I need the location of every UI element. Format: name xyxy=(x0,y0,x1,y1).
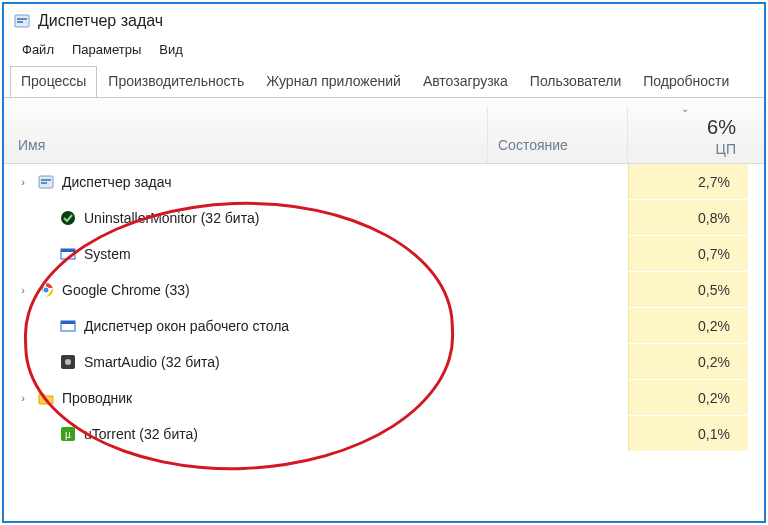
chrome-icon xyxy=(38,282,54,298)
column-header-state[interactable]: Состояние xyxy=(488,107,628,163)
process-table: Имя Состояние ⌄ 6% ЦП ›Диспетчер задач2,… xyxy=(4,98,764,521)
tab-processes[interactable]: Процессы xyxy=(10,66,97,98)
cpu-label: ЦП xyxy=(716,141,736,157)
cell-cpu: 0,7% xyxy=(628,236,748,271)
cpu-total: 6% xyxy=(707,116,736,139)
svg-point-6 xyxy=(61,211,75,225)
win-icon xyxy=(60,246,76,262)
process-name: Диспетчер окон рабочего стола xyxy=(84,318,289,334)
table-row[interactable]: ›Диспетчер задач2,7% xyxy=(4,164,764,200)
process-name: UninstallerMonitor (32 бита) xyxy=(84,210,259,226)
table-row[interactable]: System0,7% xyxy=(4,236,764,272)
taskmgr-icon xyxy=(38,174,54,190)
table-row[interactable]: UninstallerMonitor (32 бита)0,8% xyxy=(4,200,764,236)
app-icon xyxy=(14,13,30,29)
svg-text:µ: µ xyxy=(65,429,71,440)
process-name: Диспетчер задач xyxy=(62,174,172,190)
table-row[interactable]: Диспетчер окон рабочего стола0,2% xyxy=(4,308,764,344)
cell-cpu: 0,2% xyxy=(628,380,748,415)
window-title: Диспетчер задач xyxy=(38,12,163,30)
cell-name: System xyxy=(4,246,488,262)
table-row[interactable]: ›Google Chrome (33)0,5% xyxy=(4,272,764,308)
folder-icon xyxy=(38,390,54,406)
task-manager-window: Диспетчер задач Файл Параметры Вид Проце… xyxy=(2,2,766,523)
process-name: Проводник xyxy=(62,390,132,406)
table-header: Имя Состояние ⌄ 6% ЦП xyxy=(4,98,764,164)
green-icon xyxy=(60,210,76,226)
table-row[interactable]: ›Проводник0,2% xyxy=(4,380,764,416)
cell-cpu: 0,2% xyxy=(628,308,748,343)
tab-apphistory[interactable]: Журнал приложений xyxy=(255,66,412,98)
cell-name: ›Диспетчер задач xyxy=(4,174,488,190)
cell-name: µuTorrent (32 бита) xyxy=(4,426,488,442)
process-name: System xyxy=(84,246,131,262)
expand-toggle-icon[interactable]: › xyxy=(16,392,30,404)
expand-toggle-icon[interactable]: › xyxy=(16,176,30,188)
column-header-name[interactable]: Имя xyxy=(4,107,488,163)
gray-icon xyxy=(60,354,76,370)
cell-cpu: 0,1% xyxy=(628,416,748,451)
cell-name: SmartAudio (32 бита) xyxy=(4,354,488,370)
cell-cpu: 0,8% xyxy=(628,200,748,235)
svg-point-10 xyxy=(43,287,49,293)
sort-indicator-icon: ⌄ xyxy=(681,104,689,114)
process-name: uTorrent (32 бита) xyxy=(84,426,198,442)
cell-cpu: 0,5% xyxy=(628,272,748,307)
cell-name: UninstallerMonitor (32 бита) xyxy=(4,210,488,226)
svg-rect-8 xyxy=(61,249,75,252)
titlebar: Диспетчер задач xyxy=(4,4,764,36)
menu-view[interactable]: Вид xyxy=(151,40,191,59)
tab-startup[interactable]: Автозагрузка xyxy=(412,66,519,98)
menu-options[interactable]: Параметры xyxy=(64,40,149,59)
svg-rect-12 xyxy=(61,321,75,324)
menu-file[interactable]: Файл xyxy=(14,40,62,59)
tabstrip: Процессы Производительность Журнал прило… xyxy=(4,65,764,98)
table-body: ›Диспетчер задач2,7%UninstallerMonitor (… xyxy=(4,164,764,452)
expand-toggle-icon[interactable]: › xyxy=(16,284,30,296)
svg-rect-4 xyxy=(41,179,51,181)
tab-users[interactable]: Пользователи xyxy=(519,66,632,98)
menubar: Файл Параметры Вид xyxy=(4,36,764,65)
table-row[interactable]: µuTorrent (32 бита)0,1% xyxy=(4,416,764,452)
column-header-cpu[interactable]: ⌄ 6% ЦП xyxy=(628,98,748,163)
svg-rect-1 xyxy=(17,18,27,20)
ut-icon: µ xyxy=(60,426,76,442)
cell-cpu: 2,7% xyxy=(628,164,748,199)
cell-name: ›Проводник xyxy=(4,390,488,406)
svg-point-14 xyxy=(65,359,71,365)
process-name: SmartAudio (32 бита) xyxy=(84,354,220,370)
cell-cpu: 0,2% xyxy=(628,344,748,379)
process-name: Google Chrome (33) xyxy=(62,282,190,298)
cell-name: ›Google Chrome (33) xyxy=(4,282,488,298)
win-icon xyxy=(60,318,76,334)
svg-rect-2 xyxy=(17,21,23,23)
cell-name: Диспетчер окон рабочего стола xyxy=(4,318,488,334)
tab-performance[interactable]: Производительность xyxy=(97,66,255,98)
table-row[interactable]: SmartAudio (32 бита)0,2% xyxy=(4,344,764,380)
svg-rect-5 xyxy=(41,182,47,184)
tab-details[interactable]: Подробности xyxy=(632,66,740,98)
